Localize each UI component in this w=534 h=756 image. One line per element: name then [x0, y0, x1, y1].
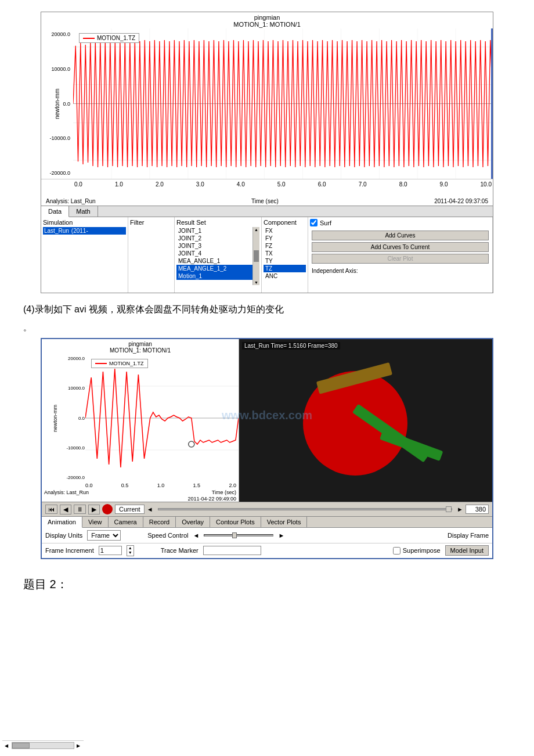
sim-timestamp: 2011-04-22 09:49:00 [42, 496, 239, 502]
sim-legend-line [95, 363, 107, 364]
result-joint1[interactable]: JOINT_1 [176, 227, 259, 235]
scroll-thumb[interactable] [12, 743, 30, 748]
scroll-track[interactable] [12, 742, 74, 749]
top-chart-x-axis: 0.0 1.0 2.0 3.0 4.0 5.0 6.0 7.0 8.0 9.0 … [41, 179, 493, 197]
result-mea12[interactable]: MEA_ANGLE_1_2 [176, 265, 259, 272]
anim-controls-row1: Display Units Frame Speed Control ◄ ► Di… [42, 528, 492, 543]
scroll-down-btn[interactable]: ▼ [253, 280, 259, 285]
trace-marker-input[interactable] [203, 546, 261, 555]
scroll-left-btn[interactable]: ◀ [5, 743, 9, 748]
frame-increment-input[interactable] [99, 546, 122, 555]
tab-view[interactable]: View [82, 517, 109, 527]
component-col: Component FX FY FZ TX TY TZ ANC [262, 217, 308, 293]
add-curves-current-btn[interactable]: Add Curves To Current [312, 242, 489, 252]
anim-controls-row2: Frame Increment ▲ ▼ Trace Marker Superim… [42, 543, 492, 558]
spin-up-btn[interactable]: ▲ [127, 546, 134, 550]
surf-checkbox[interactable] [310, 219, 317, 226]
top-chart-legend: MOTION_1.TZ [79, 33, 139, 43]
sim-scrollbar[interactable]: ◀ ▶ [2, 740, 84, 750]
svg-point-18 [189, 441, 194, 447]
scroll-up-btn[interactable]: ▲ [253, 227, 259, 232]
sim-chart-bottom: Analysis: Last_Run Time (sec) [42, 489, 239, 496]
top-chart-bottom-info: Analysis: Last_Run Time (sec) 2011-04-22… [41, 197, 493, 206]
prev-frame-btn[interactable]: ◀ [60, 505, 71, 514]
superimpose-checkbox[interactable] [393, 547, 400, 555]
tab-math[interactable]: Math [69, 206, 98, 217]
sim-window-body: pingmian MOTION_1: MOTION/1 newton-mm 20… [42, 339, 492, 502]
tab-vector-plots[interactable]: Vector Plots [261, 517, 308, 527]
speed-slider[interactable] [204, 534, 273, 537]
result-joint3[interactable]: JOINT_3 [176, 242, 259, 250]
result-motion1[interactable]: Motion_1 [176, 272, 259, 280]
sim-window: www.bdcex.com pingmian MOTION_1: MOTION/… [41, 338, 493, 559]
result-joint4[interactable]: JOINT_4 [176, 250, 259, 257]
comp-tz[interactable]: TZ [264, 265, 306, 272]
display-units-label: Display Units [45, 532, 82, 539]
sim-x-labels: 0.0 0.5 1.0 1.5 2.0 [42, 482, 239, 489]
playback-bar: ⏮ ◀ ⏸ ▶ Current ◄ ► 380 [42, 502, 492, 517]
data-tabs: Data Math [41, 206, 493, 217]
data-panel-body: Simulation Last_Run (2011- ◀ ▶ Filter Re… [41, 217, 493, 293]
scroll-v-thumb [254, 250, 259, 262]
frame-increment-label: Frame Increment [45, 547, 94, 554]
top-chart-svg [73, 28, 493, 179]
sim-chart-ylabel: newton-mm [42, 354, 68, 482]
period-text: 。 [23, 323, 511, 333]
scroll-right-btn[interactable]: ▶ [77, 743, 81, 748]
clear-plot-btn[interactable]: Clear Plot [312, 254, 489, 264]
tab-contour-plots[interactable]: Contour Plots [210, 517, 261, 527]
top-chart-y-ticks: 20000.0 10000.0 0.0 -10000.0 -20000.0 [41, 28, 71, 179]
result-mea1[interactable]: MEA_ANGLE_1 [176, 257, 259, 265]
sim-right-view: Last_Run Time= 1.5160 Frame=380 [239, 339, 492, 502]
tab-animation[interactable]: Animation [42, 517, 82, 528]
first-frame-btn[interactable]: ⏮ [45, 505, 57, 514]
panel-buttons: Add Curves Add Curves To Current Clear P… [310, 229, 490, 276]
speed-thumb [232, 532, 237, 538]
tab-record[interactable]: Record [143, 517, 176, 527]
top-chart-x-labels: 0.0 1.0 2.0 3.0 4.0 5.0 6.0 7.0 8.0 9.0 … [73, 181, 493, 188]
data-panel: Data Math Simulation Last_Run (2011- ◀ ▶… [41, 206, 493, 293]
sim-chart-title: pingmian MOTION_1: MOTION/1 [42, 339, 239, 354]
comp-fz[interactable]: FZ [264, 242, 306, 250]
top-chart-inner: MOTION_1.TZ [73, 28, 493, 179]
result-scrollbar[interactable]: ▲ ▼ [252, 227, 259, 285]
trace-marker-label: Trace Marker [161, 547, 199, 554]
result-set-col: Result Set JOINT_1 JOINT_2 JOINT_3 JOINT… [175, 217, 262, 293]
tab-data[interactable]: Data [41, 206, 69, 217]
current-arrow: ◄ [147, 506, 153, 513]
legend-line-icon [83, 38, 95, 39]
section-title: 题目 2： [23, 577, 511, 592]
sim-chart-plot: MOTION_1.TZ [85, 354, 239, 482]
comp-ty[interactable]: TY [264, 257, 306, 265]
display-frame-label: Display Frame [448, 532, 489, 539]
tab-overlay[interactable]: Overlay [176, 517, 210, 527]
comp-tx[interactable]: TX [264, 250, 306, 257]
top-chart-area: newton-mm 20000.0 10000.0 0.0 -10000.0 -… [41, 28, 493, 179]
sim-chart-svg [85, 354, 239, 482]
speed-right-btn[interactable]: ► [278, 532, 284, 539]
sim-view-header: Last_Run Time= 1.5160 Frame=380 [242, 342, 340, 350]
sim-chart-area: newton-mm 20000.0 10000.0 0.0 -10000.0 -… [42, 354, 239, 482]
description-text: (4)录制如下 avi 视频，观察体会圆盘不同转角处驱动力矩的变化 [23, 304, 511, 316]
comp-anc[interactable]: ANC [264, 272, 306, 280]
speed-left-btn[interactable]: ◄ [193, 532, 200, 539]
add-curves-btn[interactable]: Add Curves [312, 231, 489, 240]
comp-fx[interactable]: FX [264, 227, 306, 235]
sim-item-lastrun[interactable]: Last_Run (2011- [43, 227, 126, 235]
tab-camera[interactable]: Camera [109, 517, 143, 527]
display-units-select[interactable]: Frame [87, 530, 121, 541]
frame-number[interactable]: 380 [466, 505, 489, 514]
sim-left-chart: pingmian MOTION_1: MOTION/1 newton-mm 20… [42, 339, 239, 502]
anim-tabs: Animation View Camera Record Overlay Con… [42, 517, 492, 528]
next-frame-btn[interactable]: ▶ [88, 505, 100, 514]
simulation-col: Simulation Last_Run (2011- ◀ ▶ [41, 217, 128, 293]
surf-col: Surf Add Curves Add Curves To Current Cl… [308, 217, 493, 293]
playback-slider[interactable] [158, 508, 453, 510]
result-joint2[interactable]: JOINT_2 [176, 235, 259, 242]
model-input-btn[interactable]: Model Input [445, 545, 489, 556]
pause-btn[interactable]: ⏸ [74, 505, 86, 514]
speed-control-label: Speed Control [147, 532, 188, 539]
end-arrow: ► [457, 506, 463, 513]
comp-fy[interactable]: FY [264, 235, 306, 242]
spin-down-btn[interactable]: ▼ [127, 550, 134, 555]
